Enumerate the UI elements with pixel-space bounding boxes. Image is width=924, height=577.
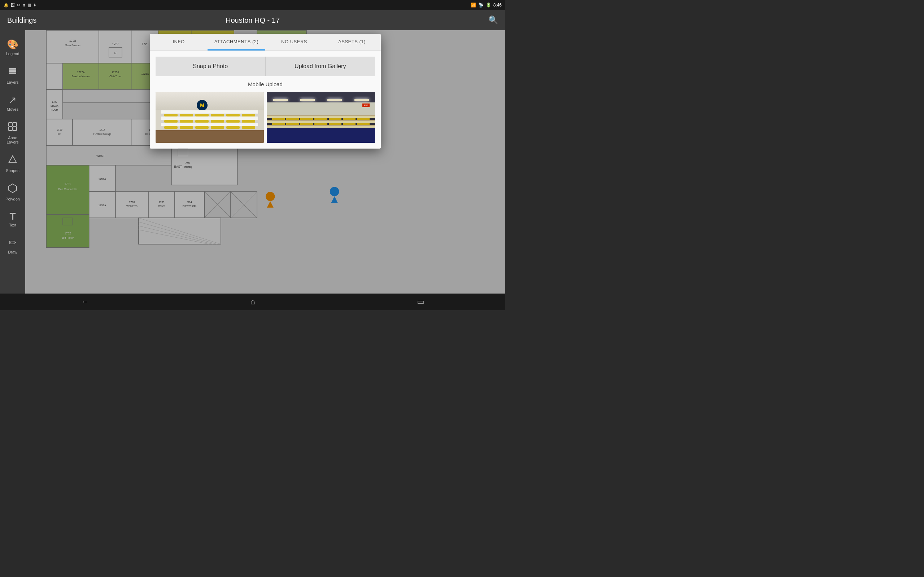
- sidebar-label-draw: Draw: [8, 250, 17, 254]
- sidebar-item-anno-layers[interactable]: Anno Layers: [0, 116, 25, 149]
- sidebar-item-legend[interactable]: 🎨 Legend: [0, 34, 25, 61]
- wifi-icon: 📡: [478, 3, 484, 8]
- dialog: INFO ATTACHMENTS (2) NO USERS ASSETS (1)…: [150, 34, 381, 148]
- home-button[interactable]: ⌂: [243, 294, 262, 309]
- tab-attachments[interactable]: ATTACHMENTS (2): [208, 34, 265, 50]
- tab-info[interactable]: INFO: [150, 34, 208, 50]
- moves-icon: ↗: [9, 95, 16, 106]
- legend-icon: 🎨: [7, 39, 18, 50]
- top-bar: Buildings Houston HQ - 17 🔍: [0, 10, 505, 30]
- mobile-upload-label: Mobile Upload: [155, 81, 375, 87]
- floor-plan-area: 1728 Maro Powers 1727 🖼 1725 1724 Bryant…: [25, 30, 505, 293]
- notification-icon: 🔔: [3, 3, 9, 8]
- sidebar-label-legend: Legend: [6, 52, 19, 56]
- shapes-icon: [8, 154, 18, 167]
- sidebar-item-moves[interactable]: ↗ Moves: [0, 89, 25, 116]
- svg-marker-7: [9, 156, 16, 162]
- dialog-overlay: INFO ATTACHMENTS (2) NO USERS ASSETS (1)…: [25, 30, 505, 293]
- svg-rect-4: [13, 122, 16, 126]
- dialog-tabs: INFO ATTACHMENTS (2) NO USERS ASSETS (1): [150, 34, 381, 51]
- search-icon[interactable]: 🔍: [488, 16, 498, 25]
- bottom-nav: ← ⌂ ▭: [0, 293, 505, 310]
- dialog-button-row: Snap a Photo Upload from Gallery: [155, 56, 375, 76]
- sidebar-label-layers: Layers: [6, 80, 18, 84]
- battery-icon: 🔋: [486, 3, 491, 8]
- draw-icon: ✏: [9, 237, 16, 248]
- sidebar-item-shapes[interactable]: Shapes: [0, 149, 25, 178]
- sidebar-item-layers[interactable]: Layers: [0, 61, 25, 89]
- svg-rect-1: [9, 70, 16, 72]
- barcode-icon: |||: [28, 3, 31, 7]
- svg-rect-3: [9, 122, 12, 126]
- sidebar-label-text: Text: [9, 223, 16, 227]
- download-icon: ⬇: [33, 3, 36, 8]
- svg-marker-8: [9, 184, 16, 193]
- sidebar-label-shapes: Shapes: [6, 168, 19, 173]
- status-bar: 🔔 🖼 ✉ ⬆ ||| ⬇ 📶 📡 🔋 8:46: [0, 0, 505, 10]
- sidebar-item-text[interactable]: T Text: [0, 206, 25, 232]
- polygon-icon: [8, 183, 18, 195]
- tab-assets[interactable]: ASSETS (1): [323, 34, 381, 50]
- photo-thumb-2[interactable]: EXIT: [267, 92, 375, 143]
- upload-gallery-button[interactable]: Upload from Gallery: [266, 56, 375, 76]
- upload-icon: ⬆: [23, 3, 26, 8]
- main-content: 🎨 Legend Layers ↗ Moves: [0, 30, 505, 293]
- gmail-icon: ✉: [17, 3, 20, 8]
- status-icons-right: 📶 📡 🔋 8:46: [471, 3, 502, 8]
- svg-rect-2: [9, 73, 16, 74]
- time-display: 8:46: [493, 3, 502, 8]
- snap-photo-button[interactable]: Snap a Photo: [155, 56, 266, 76]
- signal-icon: 📶: [471, 3, 476, 8]
- left-sidebar: 🎨 Legend Layers ↗ Moves: [0, 30, 25, 293]
- dialog-body: Snap a Photo Upload from Gallery Mobile …: [150, 51, 381, 148]
- text-icon: T: [10, 211, 16, 221]
- photo-icon: 🖼: [11, 3, 15, 7]
- recents-button[interactable]: ▭: [410, 294, 432, 309]
- sidebar-label-moves: Moves: [7, 107, 18, 111]
- photo-row: M: [155, 92, 375, 143]
- back-button[interactable]: ←: [74, 294, 96, 309]
- sidebar-item-polygon[interactable]: Polygon: [0, 178, 25, 206]
- app-title: Buildings: [7, 16, 36, 24]
- layers-icon: [8, 66, 18, 79]
- svg-rect-0: [9, 68, 16, 69]
- svg-rect-5: [9, 127, 12, 131]
- sidebar-item-draw[interactable]: ✏ Draw: [0, 232, 25, 259]
- svg-rect-6: [13, 127, 16, 131]
- tab-no-users[interactable]: NO USERS: [265, 34, 323, 50]
- anno-layers-icon: [8, 121, 18, 134]
- status-icons-left: 🔔 🖼 ✉ ⬆ ||| ⬇: [3, 3, 36, 8]
- photo-thumb-1[interactable]: M: [155, 92, 264, 143]
- sidebar-label-anno-layers: Anno Layers: [2, 135, 23, 144]
- page-title: Houston HQ - 17: [226, 16, 280, 24]
- sidebar-label-polygon: Polygon: [5, 197, 20, 201]
